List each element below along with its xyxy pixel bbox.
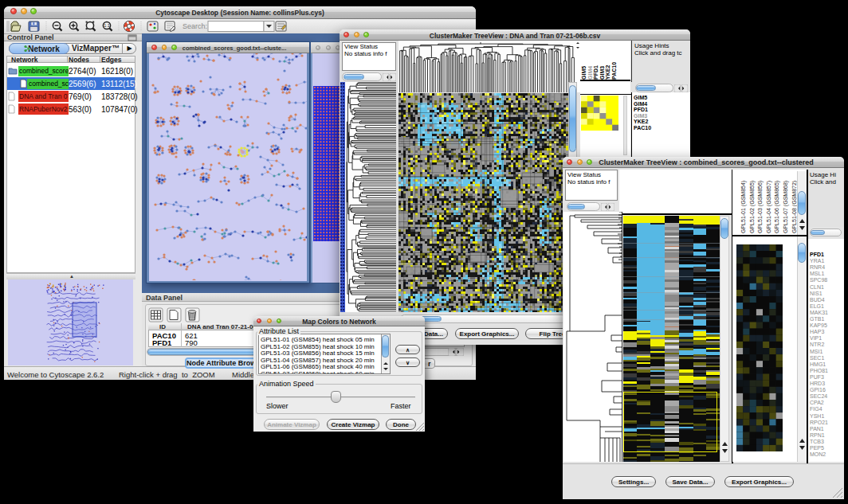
svg-text:1:1: 1:1 [104, 23, 110, 28]
svg-text:Search:: Search: [183, 22, 207, 30]
